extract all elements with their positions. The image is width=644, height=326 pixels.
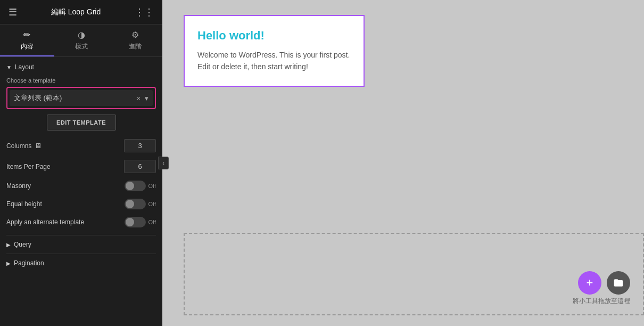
alternate-template-toggle-label: Off: [148, 219, 156, 225]
post-card: Hello world! Welcome to WordPress. This …: [184, 15, 365, 87]
tab-style-label: 樣式: [75, 42, 88, 51]
items-per-page-row: Items Per Page: [6, 160, 156, 173]
template-select-box: 文章列表 (範本) × ▾: [6, 87, 156, 109]
tab-advanced[interactable]: ⚙ 進階: [108, 25, 162, 56]
post-content: Welcome to WordPress. This is your first…: [197, 49, 351, 73]
monitor-icon: 🖥: [35, 142, 42, 150]
template-clear-btn[interactable]: ×: [136, 94, 141, 102]
edit-template-button[interactable]: EDIT TEMPLATE: [47, 115, 116, 131]
style-tab-icon: ◑: [78, 30, 85, 40]
query-arrow-icon: ▶: [6, 242, 11, 248]
post-title: Hello world!: [197, 29, 351, 43]
layout-section-header[interactable]: ▼ Layout: [6, 63, 156, 71]
content-tab-icon: ✏: [23, 30, 30, 40]
equal-height-label: Equal height: [6, 200, 42, 208]
drop-zone-actions: +: [578, 271, 630, 295]
sidebar: ☰ 編輯 Loop Grid ⋮⋮ ✏ 內容 ◑ 樣式 ⚙ 進階 ▼ L: [0, 0, 162, 326]
panel-content: ▼ Layout Choose a template 文章列表 (範本) × ▾…: [0, 57, 162, 326]
alternate-template-toggle-wrap: Off: [125, 217, 156, 227]
pagination-arrow-icon: ▶: [6, 260, 11, 266]
masonry-toggle-wrap: Off: [125, 181, 156, 191]
template-label: Choose a template: [6, 77, 156, 84]
add-widget-button[interactable]: +: [578, 271, 601, 295]
pagination-section-label: Pagination: [14, 259, 44, 267]
items-per-page-input[interactable]: [124, 160, 156, 173]
tab-content[interactable]: ✏ 內容: [0, 25, 54, 56]
sidebar-collapse-button[interactable]: ‹: [158, 157, 169, 169]
topbar-title: 編輯 Loop Grid: [51, 7, 101, 17]
columns-input[interactable]: [124, 139, 156, 152]
layout-section-label: Layout: [15, 63, 34, 71]
canvas: Hello world! Welcome to WordPress. This …: [162, 0, 644, 326]
columns-row: Columns 🖥: [6, 139, 156, 152]
alternate-template-label: Apply an alternate template: [6, 218, 84, 226]
tab-advanced-label: 進階: [129, 42, 142, 51]
topbar: ☰ 編輯 Loop Grid ⋮⋮: [0, 0, 162, 25]
tabs-bar: ✏ 內容 ◑ 樣式 ⚙ 進階: [0, 25, 162, 57]
menu-icon[interactable]: ☰: [9, 6, 17, 18]
alternate-template-row: Apply an alternate template Off: [6, 217, 156, 227]
advanced-tab-icon: ⚙: [131, 30, 139, 40]
query-section-header[interactable]: ▶ Query: [6, 235, 156, 254]
tab-content-label: 內容: [21, 42, 34, 51]
masonry-label: Masonry: [6, 182, 31, 190]
template-select-dropdown[interactable]: 文章列表 (範本) × ▾: [10, 90, 153, 106]
pagination-section-header[interactable]: ▶ Pagination: [6, 254, 156, 272]
equal-height-toggle-wrap: Off: [125, 199, 156, 209]
masonry-toggle-label: Off: [148, 183, 156, 189]
equal-height-row: Equal height Off: [6, 199, 156, 209]
query-section-label: Query: [14, 241, 31, 248]
equal-height-toggle[interactable]: [125, 199, 146, 209]
browse-widget-button[interactable]: [607, 271, 630, 295]
masonry-toggle[interactable]: [125, 181, 146, 191]
drop-zone[interactable]: + 將小工具拖放至這裡: [184, 233, 644, 315]
template-chevron-icon: ▾: [145, 94, 148, 102]
equal-height-toggle-label: Off: [148, 201, 156, 207]
items-per-page-label: Items Per Page: [6, 163, 51, 170]
drop-zone-label: 將小工具拖放至這裡: [573, 297, 630, 306]
layout-arrow-icon: ▼: [6, 64, 12, 70]
tab-style[interactable]: ◑ 樣式: [54, 25, 109, 56]
alternate-template-toggle[interactable]: [125, 217, 146, 227]
columns-label: Columns 🖥: [6, 142, 42, 150]
template-selected-value: 文章列表 (範本): [14, 93, 62, 103]
grid-icon[interactable]: ⋮⋮: [135, 6, 154, 18]
masonry-row: Masonry Off: [6, 181, 156, 191]
